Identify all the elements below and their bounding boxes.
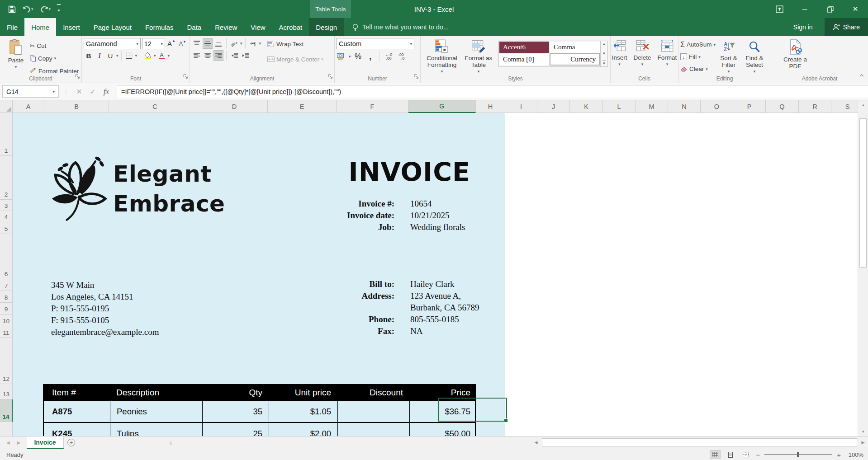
minimize-icon[interactable]: ─ xyxy=(792,0,817,18)
items-cell[interactable]: $50.00 xyxy=(409,423,477,436)
tab-acrobat[interactable]: Acrobat xyxy=(272,18,309,36)
items-cell[interactable]: Tulips xyxy=(110,423,202,436)
items-cell[interactable]: $2.00 xyxy=(269,423,337,436)
accounting-format-icon[interactable] xyxy=(337,51,346,62)
font-color-icon[interactable]: A xyxy=(157,50,167,61)
middle-align-icon[interactable] xyxy=(203,38,213,49)
name-box[interactable]: G14▾ xyxy=(2,85,59,98)
increase-indent-icon[interactable] xyxy=(240,50,250,61)
wrap-text-button[interactable]: Wrap Text xyxy=(267,38,323,50)
formula-bar-splitter[interactable]: ⋮ xyxy=(63,89,68,95)
row-header-10[interactable]: 10 xyxy=(0,314,13,326)
column-header-K[interactable]: K xyxy=(570,100,603,113)
column-header-M[interactable]: M xyxy=(636,100,668,113)
insert-cells-button[interactable]: Insert▾ xyxy=(609,38,630,75)
save-icon[interactable] xyxy=(8,5,16,13)
scroll-right-icon[interactable]: ▶ xyxy=(858,440,868,445)
decrease-indent-icon[interactable] xyxy=(229,50,239,61)
borders-icon[interactable] xyxy=(124,50,134,61)
row-header-13[interactable]: 13 xyxy=(0,384,13,399)
decrease-decimal-icon[interactable]: .00→.0 xyxy=(396,51,406,62)
insert-function-icon[interactable]: fx xyxy=(100,87,113,96)
sign-in-link[interactable]: Sign in xyxy=(793,23,813,31)
row-header-5[interactable]: 5 xyxy=(0,222,13,234)
tab-bar-splitter[interactable]: ⁞⁞ xyxy=(170,437,171,449)
column-header-C[interactable]: C xyxy=(109,100,201,113)
text-direction-icon[interactable]: ¶ xyxy=(248,38,258,49)
items-cell[interactable]: 35 xyxy=(202,401,269,422)
cut-button[interactable]: ✂Cut xyxy=(30,40,79,52)
increase-decimal-icon[interactable]: ←.0.00 xyxy=(384,51,394,62)
number-dialog-launcher-icon[interactable] xyxy=(414,73,419,81)
copy-button[interactable]: Copy▾ xyxy=(30,52,79,64)
align-right-icon[interactable] xyxy=(213,50,223,61)
new-sheet-button[interactable]: + xyxy=(64,437,79,449)
orientation-icon[interactable]: ab xyxy=(229,38,239,49)
vertical-scrollbar[interactable]: ▲ ▼ xyxy=(858,100,868,436)
items-cell[interactable] xyxy=(337,401,409,422)
top-align-icon[interactable] xyxy=(192,38,202,49)
percent-style-icon[interactable]: % xyxy=(353,51,363,62)
tab-file[interactable]: File xyxy=(0,18,24,36)
tab-data[interactable]: Data xyxy=(180,18,208,36)
page-layout-view-icon[interactable] xyxy=(725,450,736,459)
zoom-in-icon[interactable]: + xyxy=(837,451,841,459)
items-cell[interactable] xyxy=(337,423,409,436)
zoom-slider-thumb[interactable] xyxy=(797,452,799,457)
horizontal-scrollbar[interactable]: ◀ ▶ xyxy=(531,436,868,449)
gallery-up-icon[interactable]: ▲ xyxy=(602,42,606,46)
collapse-ribbon-icon[interactable] xyxy=(859,71,864,79)
items-cell[interactable]: K245 xyxy=(44,423,110,436)
conditional-formatting-button[interactable]: ≠ Conditional Formatting▾ xyxy=(422,38,461,75)
font-dialog-launcher-icon[interactable] xyxy=(183,73,188,81)
restore-icon[interactable] xyxy=(817,0,843,18)
bottom-align-icon[interactable] xyxy=(213,38,223,49)
enter-formula-icon[interactable]: ✓ xyxy=(86,88,100,96)
bold-button[interactable]: B xyxy=(84,50,94,61)
row-header-12[interactable]: 12 xyxy=(0,338,13,384)
sort-filter-button[interactable]: AZ Sort & Filter▾ xyxy=(716,38,742,75)
sheet-nav-left-icon[interactable]: ◀ xyxy=(6,440,10,445)
column-header-B[interactable]: B xyxy=(44,100,109,113)
scroll-up-icon[interactable]: ▲ xyxy=(858,100,868,109)
comma-style-icon[interactable]: , xyxy=(365,51,375,62)
tab-view[interactable]: View xyxy=(244,18,272,36)
items-cell[interactable]: A875 xyxy=(44,401,110,422)
ribbon-display-options-icon[interactable] xyxy=(767,0,792,18)
column-header-I[interactable]: I xyxy=(505,100,537,113)
column-header-E[interactable]: E xyxy=(268,100,337,113)
underline-button[interactable]: U xyxy=(105,50,115,61)
gallery-down-icon[interactable]: ▼ xyxy=(602,52,606,56)
create-pdf-button[interactable]: Create a PDF xyxy=(779,38,811,71)
tab-review[interactable]: Review xyxy=(208,18,244,36)
sheet-nav-right-icon[interactable]: ▶ xyxy=(17,440,21,445)
font-family-select[interactable]: Garamond▾ xyxy=(84,38,141,49)
column-header-N[interactable]: N xyxy=(668,100,701,113)
merge-center-button[interactable]: Merge & Center▾ xyxy=(267,53,323,65)
row-header-11[interactable]: 11 xyxy=(0,326,13,338)
column-header-Q[interactable]: Q xyxy=(766,100,799,113)
font-size-select[interactable]: 12▾ xyxy=(142,38,165,49)
customize-quick-access-icon[interactable]: ▔▾ xyxy=(57,6,61,12)
row-header-4[interactable]: 4 xyxy=(0,211,13,222)
horizontal-scroll-thumb[interactable] xyxy=(542,438,857,446)
row-header-2[interactable]: 2 xyxy=(0,156,13,200)
fill-button[interactable]: ↓Fill▾ xyxy=(680,51,716,62)
column-header-A[interactable]: A xyxy=(13,100,44,113)
tab-formulas[interactable]: Formulas xyxy=(138,18,180,36)
scroll-down-icon[interactable]: ▼ xyxy=(858,427,868,436)
fill-color-icon[interactable] xyxy=(143,50,153,61)
sheet-canvas[interactable]: Elegant Embrace INVOICE Invoice #:10654I… xyxy=(13,113,858,436)
column-header-J[interactable]: J xyxy=(537,100,570,113)
column-header-L[interactable]: L xyxy=(603,100,636,113)
row-header-6[interactable]: 6 xyxy=(0,234,13,279)
format-cells-button[interactable]: Format▾ xyxy=(655,38,680,75)
styles-gallery-scroll[interactable]: ▲▼▼ xyxy=(601,41,608,67)
cell-style-currency[interactable]: Currency xyxy=(550,53,600,66)
column-header-P[interactable]: P xyxy=(733,100,766,113)
sheet-tab-invoice[interactable]: Invoice xyxy=(27,437,63,449)
cancel-formula-icon[interactable]: ✕ xyxy=(72,88,86,96)
column-header-G[interactable]: G xyxy=(408,100,476,113)
items-cell[interactable]: $1.05 xyxy=(269,401,337,422)
row-header-1[interactable]: 1 xyxy=(0,113,13,156)
